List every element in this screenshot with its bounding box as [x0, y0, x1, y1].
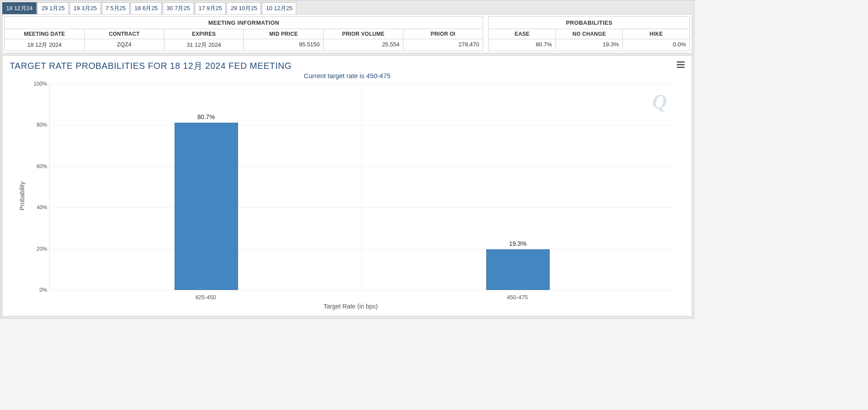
col-head-no-change: NO CHANGE [556, 29, 622, 39]
plot-wrap: Probability Q 0%20%40%60%80%100%80.7%425… [25, 81, 677, 311]
y-axis-label: Probability [19, 181, 26, 210]
probabilities-panel: PROBABILITIES EASE 80.7% NO CHANGE 19.3%… [488, 16, 690, 51]
chart-bar[interactable]: 19.3% [486, 249, 550, 290]
chart-menu-icon[interactable] [674, 58, 687, 71]
col-val-prior-oi: 278,470 [403, 39, 483, 49]
y-tick: 100% [28, 81, 47, 87]
app-root: 18 12月2429 1月2519 3月257 5月2518 6月2530 7月… [0, 0, 694, 319]
col-val-contract: ZQZ4 [85, 39, 164, 49]
x-tick: 450-475 [486, 294, 549, 301]
chart-bar[interactable]: 80.7% [175, 123, 238, 290]
x-axis-label: Target Rate (in bps) [25, 303, 677, 310]
col-val-no-change: 19.3% [556, 39, 622, 49]
tab-2[interactable]: 19 3月25 [70, 2, 101, 14]
tab-4[interactable]: 18 6月25 [130, 2, 162, 14]
col-val-ease: 80.7% [489, 39, 555, 49]
bar-value-label: 19.3% [487, 240, 549, 247]
x-tick: 425-450 [175, 294, 237, 301]
chart-card: TARGET RATE PROBABILITIES FOR 18 12月 202… [2, 55, 692, 316]
col-val-hike: 0.0% [623, 39, 689, 49]
tab-1[interactable]: 29 1月25 [37, 2, 69, 14]
probabilities-title: PROBABILITIES [489, 17, 689, 29]
col-head-expires: EXPIRES [164, 29, 244, 39]
col-val-expires: 31 12月 2024 [164, 39, 244, 51]
tab-3[interactable]: 7 5月25 [102, 2, 130, 14]
col-head-prior-volume: PRIOR VOLUME [324, 29, 403, 39]
col-val-prior-volume: 25,554 [324, 39, 403, 49]
tab-row: 18 12月2429 1月2519 3月257 5月2518 6月2530 7月… [2, 2, 692, 14]
col-head-contract: CONTRACT [85, 29, 164, 39]
tab-7[interactable]: 29 10月25 [227, 2, 261, 14]
col-head-prior-oi: PRIOR OI [403, 29, 483, 39]
meeting-info-panel: MEETING INFORMATION MEETING DATE 18 12月 … [4, 16, 483, 51]
y-tick: 40% [28, 204, 47, 211]
info-row: MEETING INFORMATION MEETING DATE 18 12月 … [2, 14, 692, 53]
tab-5[interactable]: 30 7月25 [163, 2, 194, 14]
col-val-meeting-date: 18 12月 2024 [5, 39, 84, 51]
y-tick: 80% [28, 122, 47, 128]
col-head-meeting-date: MEETING DATE [5, 29, 84, 39]
chart-title: TARGET RATE PROBABILITIES FOR 18 12月 202… [7, 58, 294, 74]
grid-line [50, 290, 673, 290]
col-val-mid-price: 95.5150 [244, 39, 323, 49]
watermark: Q [652, 90, 667, 113]
tab-6[interactable]: 17 9月25 [195, 2, 226, 14]
col-head-ease: EASE [489, 29, 555, 39]
y-tick: 0% [28, 287, 47, 293]
tab-8[interactable]: 10 12月25 [262, 2, 296, 14]
probabilities-body: EASE 80.7% NO CHANGE 19.3% HIKE 0.0% [489, 29, 689, 49]
y-tick: 60% [28, 163, 47, 169]
col-head-mid-price: MID PRICE [244, 29, 323, 39]
chart-title-row: TARGET RATE PROBABILITIES FOR 18 12月 202… [7, 58, 687, 74]
meeting-info-body: MEETING DATE 18 12月 2024 CONTRACT ZQZ4 E… [5, 29, 483, 51]
y-tick: 20% [28, 246, 47, 252]
col-head-hike: HIKE [623, 29, 689, 39]
plot-area: Q 0%20%40%60%80%100%80.7%425-45019.3%450… [49, 84, 673, 290]
tab-0[interactable]: 18 12月24 [2, 2, 37, 14]
bar-value-label: 80.7% [175, 113, 238, 120]
meeting-info-title: MEETING INFORMATION [5, 17, 483, 29]
plot-col-divider [361, 84, 362, 290]
